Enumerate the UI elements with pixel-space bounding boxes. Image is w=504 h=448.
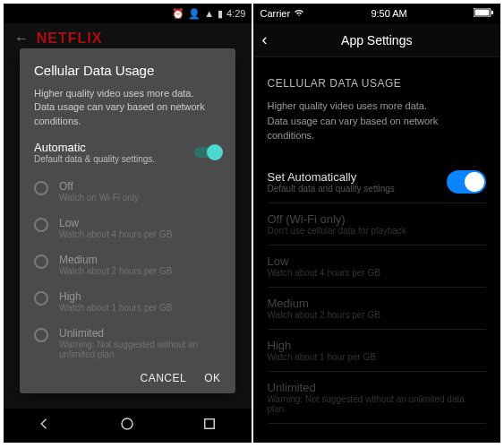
- radio-icon: [34, 181, 48, 195]
- ios-status-bar: Carrier 9:50 AM: [253, 4, 501, 23]
- option-off[interactable]: OffWatch on Wi-Fi only: [34, 173, 221, 210]
- user-icon: 👤: [188, 9, 201, 19]
- back-arrow-icon[interactable]: ←: [14, 30, 29, 46]
- set-automatically-toggle[interactable]: [447, 170, 486, 194]
- android-status-bar: ⏰ 👤 ▲ ▮ 4:29: [4, 4, 252, 23]
- ok-button[interactable]: OK: [204, 372, 220, 384]
- dialog-description: Higher quality video uses more data. Dat…: [34, 87, 221, 128]
- option-medium[interactable]: MediumWatch about 2 hours per GB: [34, 246, 221, 283]
- battery-icon: [474, 8, 493, 19]
- svg-point-0: [122, 418, 132, 429]
- automatic-label: Automatic: [34, 141, 155, 154]
- status-time: 9:50 AM: [371, 8, 406, 19]
- automatic-sublabel: Default data & quality settings.: [34, 154, 155, 164]
- svg-rect-1: [205, 419, 215, 429]
- automatic-toggle[interactable]: [194, 147, 221, 158]
- cellular-data-dialog: Cellular Data Usage Higher quality video…: [20, 48, 235, 393]
- option-unlimited[interactable]: UnlimitedWarning: Not suggested without …: [268, 372, 487, 424]
- battery-icon: ▮: [218, 9, 223, 19]
- alarm-icon: ⏰: [172, 9, 184, 19]
- radio-icon: [34, 291, 48, 306]
- set-automatically-label: Set Automatically: [268, 170, 395, 184]
- carrier-label: Carrier: [261, 8, 291, 19]
- section-header: CELLULAR DATA USAGE: [268, 77, 487, 90]
- ios-screen: Carrier 9:50 AM ‹ App Settings CELLULAR …: [253, 4, 501, 443]
- set-automatically-row[interactable]: Set Automatically Default data and quali…: [268, 161, 487, 203]
- android-nav-bar: [4, 409, 252, 443]
- cancel-button[interactable]: CANCEL: [140, 372, 186, 384]
- back-chevron-icon[interactable]: ‹: [262, 30, 268, 49]
- option-high[interactable]: HighWatch about 1 hours per GB: [34, 283, 221, 320]
- option-high[interactable]: HighWatch about 1 hour per GB: [268, 330, 487, 372]
- wifi-icon: [294, 8, 304, 19]
- signal-icon: ▲: [204, 9, 214, 19]
- netflix-logo: NETFLIX: [37, 30, 103, 46]
- radio-icon: [34, 254, 48, 269]
- nav-recents-icon[interactable]: [201, 416, 218, 435]
- svg-rect-3: [474, 10, 489, 16]
- ios-header: ‹ App Settings: [253, 23, 501, 57]
- dialog-title: Cellular Data Usage: [34, 63, 221, 78]
- nav-home-icon[interactable]: [119, 416, 135, 435]
- status-time: 4:29: [226, 9, 245, 19]
- svg-rect-4: [491, 11, 493, 14]
- section-description: Higher quality video uses more data. Dat…: [268, 99, 487, 143]
- option-unlimited[interactable]: UnlimitedWarning: Not suggested without …: [34, 320, 221, 366]
- radio-icon: [34, 328, 48, 342]
- automatic-row[interactable]: Automatic Default data & quality setting…: [34, 141, 221, 173]
- option-low[interactable]: LowWatch about 4 hours per GB: [34, 210, 221, 246]
- option-medium[interactable]: MediumWatch about 2 hours per GB: [268, 288, 487, 330]
- set-automatically-sublabel: Default data and quality settings: [268, 184, 395, 194]
- page-title: App Settings: [341, 33, 412, 47]
- android-screen: ⏰ 👤 ▲ ▮ 4:29 ← NETFLIX Cellular Data Usa…: [4, 4, 252, 443]
- radio-icon: [34, 218, 48, 232]
- option-off[interactable]: Off (Wi-Fi only)Don't use cellular data …: [268, 203, 487, 246]
- option-low[interactable]: LowWatch about 4 hours per GB: [268, 246, 487, 288]
- nav-back-icon[interactable]: [37, 416, 53, 435]
